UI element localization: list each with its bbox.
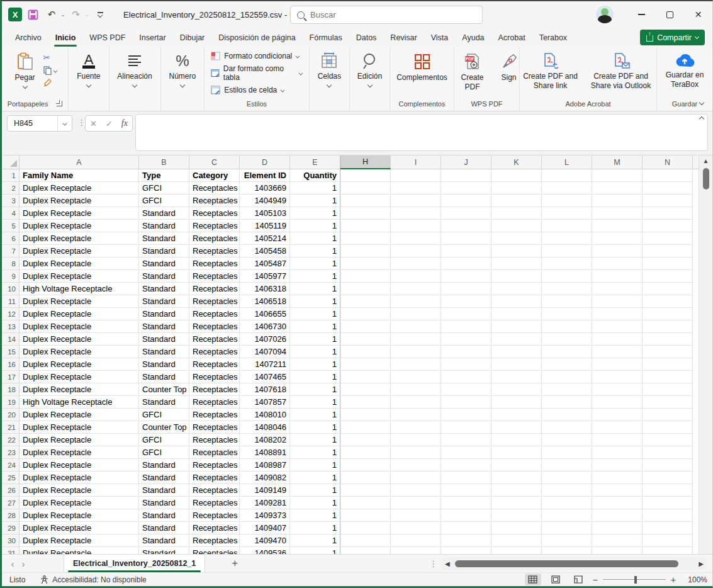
- empty-cell[interactable]: [643, 472, 693, 484]
- cell[interactable]: Counter Top: [139, 421, 189, 434]
- empty-cell[interactable]: [643, 232, 693, 245]
- cell[interactable]: 1404949: [240, 195, 290, 207]
- tab-archivo[interactable]: Archivo: [8, 30, 48, 46]
- empty-cell[interactable]: [391, 169, 441, 182]
- cell[interactable]: 1: [290, 522, 340, 534]
- tab-dibujar[interactable]: Dibujar: [173, 30, 212, 46]
- empty-cell[interactable]: [340, 346, 391, 358]
- empty-cell[interactable]: [441, 346, 491, 358]
- empty-cell[interactable]: [491, 522, 542, 534]
- undo-button[interactable]: ↶: [43, 6, 60, 23]
- empty-cell[interactable]: [340, 245, 391, 257]
- cell[interactable]: GFCI: [139, 182, 189, 195]
- insert-function-icon[interactable]: fx: [121, 118, 128, 128]
- empty-cell[interactable]: [643, 245, 693, 257]
- cell[interactable]: Duplex Receptacle: [20, 245, 139, 257]
- cell[interactable]: Standard: [139, 396, 189, 409]
- empty-cell[interactable]: [491, 459, 542, 472]
- cell[interactable]: Duplex Receptacle: [20, 472, 139, 484]
- empty-cell[interactable]: [441, 472, 491, 484]
- cell[interactable]: Standard: [139, 245, 189, 257]
- cell[interactable]: 1: [290, 358, 340, 371]
- empty-cell[interactable]: [542, 472, 592, 484]
- empty-cell[interactable]: [542, 182, 592, 195]
- cell[interactable]: 1407465: [240, 371, 290, 383]
- empty-cell[interactable]: [391, 270, 441, 283]
- cell[interactable]: Receptacles: [189, 283, 240, 295]
- cell[interactable]: GFCI: [139, 409, 189, 421]
- column-header-C[interactable]: C: [189, 155, 240, 169]
- cell[interactable]: 1407857: [240, 396, 290, 409]
- cell[interactable]: Duplex Receptacle: [20, 333, 139, 346]
- cell[interactable]: Receptacles: [189, 320, 240, 333]
- empty-cell[interactable]: [542, 371, 592, 383]
- cell[interactable]: Receptacles: [189, 257, 240, 270]
- empty-cell[interactable]: [592, 509, 643, 522]
- empty-cell[interactable]: [491, 232, 542, 245]
- empty-cell[interactable]: [441, 308, 491, 320]
- empty-cell[interactable]: [340, 383, 391, 396]
- empty-cell[interactable]: [592, 534, 643, 547]
- cell[interactable]: Duplex Receptacle: [20, 409, 139, 421]
- column-header-N[interactable]: N: [643, 155, 693, 169]
- view-page-layout-button[interactable]: [547, 574, 564, 585]
- row-header-26[interactable]: 26: [2, 484, 20, 497]
- empty-cell[interactable]: [340, 421, 391, 434]
- cell[interactable]: Standard: [139, 346, 189, 358]
- empty-cell[interactable]: [643, 446, 693, 459]
- empty-cell[interactable]: [491, 434, 542, 446]
- zoom-out-button[interactable]: −: [593, 575, 598, 585]
- cell[interactable]: 1409536: [240, 547, 290, 554]
- close-button[interactable]: ✕: [684, 1, 712, 28]
- cell[interactable]: Duplex Receptacle: [20, 484, 139, 497]
- cell[interactable]: Duplex Receptacle: [20, 547, 139, 554]
- empty-cell[interactable]: [441, 333, 491, 346]
- empty-cell[interactable]: [592, 195, 643, 207]
- empty-cell[interactable]: [491, 409, 542, 421]
- cell[interactable]: 1406730: [240, 320, 290, 333]
- empty-cell[interactable]: [643, 257, 693, 270]
- search-input[interactable]: [310, 10, 455, 20]
- empty-cell[interactable]: [491, 333, 542, 346]
- cell[interactable]: 1408987: [240, 459, 290, 472]
- empty-cell[interactable]: [542, 308, 592, 320]
- cell[interactable]: Duplex Receptacle: [20, 358, 139, 371]
- empty-cell[interactable]: [391, 446, 441, 459]
- column-header-J[interactable]: J: [441, 155, 491, 169]
- empty-cell[interactable]: [491, 308, 542, 320]
- row-header-2[interactable]: 2: [2, 182, 20, 195]
- cell[interactable]: Duplex Receptacle: [20, 195, 139, 207]
- empty-cell[interactable]: [441, 232, 491, 245]
- cell[interactable]: Standard: [139, 534, 189, 547]
- addins-button[interactable]: Complementos: [392, 50, 452, 85]
- empty-cell[interactable]: [592, 169, 643, 182]
- cell[interactable]: Receptacles: [189, 270, 240, 283]
- empty-cell[interactable]: [592, 283, 643, 295]
- empty-cell[interactable]: [391, 421, 441, 434]
- cell[interactable]: Duplex Receptacle: [20, 497, 139, 509]
- empty-cell[interactable]: [491, 257, 542, 270]
- cell[interactable]: Duplex Receptacle: [20, 257, 139, 270]
- cell[interactable]: GFCI: [139, 195, 189, 207]
- empty-cell[interactable]: [391, 207, 441, 220]
- tab-disposición-de-página[interactable]: Disposición de página: [211, 30, 302, 46]
- cell[interactable]: Standard: [139, 547, 189, 554]
- undo-dropdown-chevron[interactable]: ⌄: [60, 11, 65, 18]
- cell[interactable]: Duplex Receptacle: [20, 308, 139, 320]
- cell[interactable]: 1: [290, 409, 340, 421]
- row-header-30[interactable]: 30: [2, 534, 20, 547]
- row-header-6[interactable]: 6: [2, 232, 20, 245]
- cell[interactable]: 1409281: [240, 497, 290, 509]
- cell[interactable]: Receptacles: [189, 358, 240, 371]
- empty-cell[interactable]: [441, 383, 491, 396]
- empty-cell[interactable]: [643, 383, 693, 396]
- cell[interactable]: Duplex Receptacle: [20, 182, 139, 195]
- empty-cell[interactable]: [643, 207, 693, 220]
- cell[interactable]: Receptacles: [189, 383, 240, 396]
- cell[interactable]: Duplex Receptacle: [20, 459, 139, 472]
- tab-inicio[interactable]: Inicio: [48, 30, 83, 46]
- empty-cell[interactable]: [391, 232, 441, 245]
- empty-cell[interactable]: [542, 169, 592, 182]
- column-header-E[interactable]: E: [290, 155, 340, 169]
- maximize-button[interactable]: [656, 1, 684, 28]
